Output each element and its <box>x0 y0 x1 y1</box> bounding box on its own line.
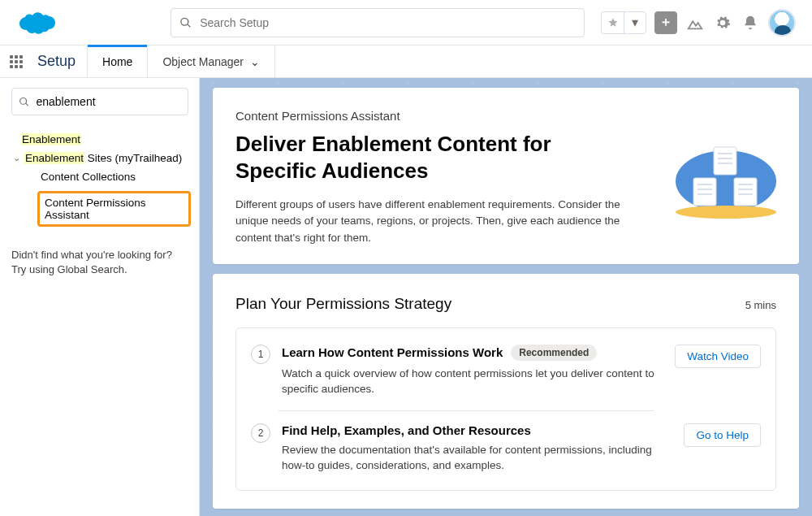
add-icon[interactable]: ＋ <box>654 11 677 34</box>
section-header: Plan Your Permissions Strategy 5 mins <box>235 295 776 313</box>
hero-card: Content Permissions Assistant Deliver En… <box>213 88 799 264</box>
gear-icon[interactable] <box>713 13 732 33</box>
step-number: 2 <box>251 423 270 443</box>
step-item: 1 Learn How Content Permissions Work Rec… <box>236 332 775 410</box>
page-description: Different groups of users have different… <box>235 197 637 246</box>
favorites-split-button[interactable]: ▾ <box>601 11 646 34</box>
user-avatar[interactable] <box>768 9 796 37</box>
documents-illustration <box>669 132 783 222</box>
secondary-nav: Setup Home Object Manager ⌄ <box>0 46 812 78</box>
tree-label: Content Collections <box>41 171 136 183</box>
step-title: Learn How Content Permissions Work <box>282 345 503 359</box>
main-content: Content Permissions Assistant Deliver En… <box>200 78 812 516</box>
tree-label: Content Permissions Assistant <box>37 191 191 227</box>
page-title: Deliver Enablement Content for Specific … <box>235 131 637 184</box>
page-eyebrow: Content Permissions Assistant <box>235 109 637 123</box>
tree-label: Enablement Sites (myTrailhead) <box>24 152 182 164</box>
step-item: 2 Find Help, Examples, and Other Resourc… <box>236 410 775 487</box>
tab-home[interactable]: Home <box>87 46 147 77</box>
global-search[interactable] <box>171 8 585 37</box>
svg-rect-3 <box>693 178 716 206</box>
section-time: 5 mins <box>745 299 776 311</box>
footer-line: Didn't find what you're looking for? <box>11 248 191 262</box>
tab-label: Home <box>102 55 132 68</box>
go-to-help-button[interactable]: Go to Help <box>684 423 761 447</box>
recommended-badge: Recommended <box>511 345 597 361</box>
search-icon <box>179 16 192 29</box>
step-title: Find Help, Examples, and Other Resources <box>282 423 531 437</box>
sidebar-footer: Didn't find what you're looking for? Try… <box>11 248 191 277</box>
quick-find-input[interactable] <box>36 95 181 108</box>
global-search-input[interactable] <box>200 16 576 29</box>
setup-sidebar: Enablement ⌄ Enablement Sites (myTrailhe… <box>0 78 200 516</box>
footer-line: Try using Global Search. <box>11 262 191 277</box>
quick-find[interactable] <box>11 88 188 115</box>
app-name: Setup <box>32 46 87 77</box>
setup-tree: Enablement ⌄ Enablement Sites (myTrailhe… <box>11 130 191 230</box>
chevron-down-icon: ⌄ <box>250 55 260 68</box>
star-icon[interactable] <box>601 11 624 34</box>
tree-item-enablement-sites[interactable]: ⌄ Enablement Sites (myTrailhead) <box>11 149 191 167</box>
global-header: ▾ ＋ <box>0 0 812 46</box>
salesforce-logo <box>16 9 57 37</box>
strategy-card: Plan Your Permissions Strategy 5 mins 1 … <box>213 274 799 509</box>
chevron-down-icon: ⌄ <box>11 153 21 163</box>
step-list: 1 Learn How Content Permissions Work Rec… <box>235 327 776 491</box>
tab-object-manager[interactable]: Object Manager ⌄ <box>147 46 275 77</box>
tree-label: Enablement <box>21 133 81 145</box>
bell-icon[interactable] <box>741 13 760 33</box>
tab-label: Object Manager <box>162 55 244 68</box>
tree-item-enablement[interactable]: Enablement <box>11 130 191 149</box>
step-description: Watch a quick overview of how content pe… <box>282 366 663 397</box>
app-launcher-icon[interactable] <box>0 46 32 77</box>
tree-item-content-collections[interactable]: Content Collections <box>11 167 191 186</box>
search-icon <box>19 96 29 108</box>
svg-point-1 <box>676 206 776 219</box>
watch-video-button[interactable]: Watch Video <box>675 345 761 368</box>
chevron-down-icon[interactable]: ▾ <box>624 11 646 34</box>
section-title: Plan Your Permissions Strategy <box>235 295 451 313</box>
step-number: 1 <box>251 345 270 364</box>
trailhead-icon[interactable] <box>685 13 705 33</box>
tree-item-content-permissions-assistant[interactable]: Content Permissions Assistant <box>11 186 191 230</box>
step-description: Review the documentation that's availabl… <box>282 442 672 474</box>
svg-rect-2 <box>714 147 736 175</box>
header-utility-icons: ▾ ＋ <box>601 9 796 37</box>
svg-rect-4 <box>734 178 757 206</box>
